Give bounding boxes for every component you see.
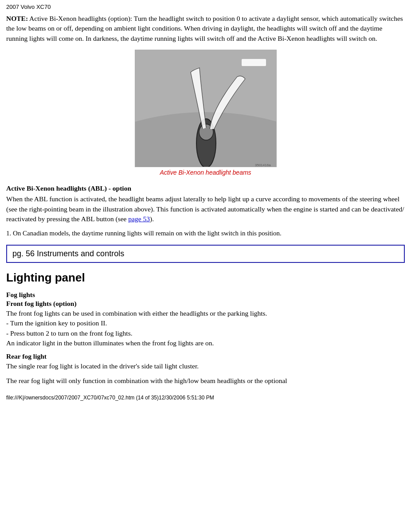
rear-fog-body1: The single rear fog light is located in … bbox=[6, 361, 405, 371]
abl-body: When the ABL function is activated, the … bbox=[6, 194, 405, 224]
headlight-diagram: 3501416a bbox=[135, 50, 277, 167]
rear-fog-body2: The rear fog light will only function in… bbox=[6, 376, 405, 386]
title-bar: 2007 Volvo XC70 bbox=[6, 4, 405, 10]
lighting-panel-section: Lighting panel Fog lights Front fog ligh… bbox=[6, 271, 405, 386]
page53-link[interactable]: page 53 bbox=[128, 215, 150, 223]
rear-fog-light-block: Rear fog light The single rear fog light… bbox=[6, 352, 405, 386]
fog-lights-body: The front fog lights can be used in comb… bbox=[6, 309, 405, 348]
headlight-svg: 3501416a bbox=[135, 50, 277, 167]
note-text: Active Bi-Xenon headlights (option): Tur… bbox=[6, 15, 403, 42]
note-block: NOTE: Active Bi-Xenon headlights (option… bbox=[6, 14, 405, 43]
lighting-panel-title: Lighting panel bbox=[6, 271, 405, 285]
fog-lights-heading1: Fog lights bbox=[6, 291, 405, 299]
status-bar: file:///K|/ownersdocs/2007/2007_XC70/07x… bbox=[6, 392, 405, 401]
note-label: NOTE: bbox=[6, 15, 28, 22]
abl-heading: Active Bi-Xenon headlights (ABL) - optio… bbox=[6, 184, 405, 192]
svg-text:3501416a: 3501416a bbox=[255, 163, 271, 167]
fog-lights-block: Fog lights Front fog lights (option) The… bbox=[6, 291, 405, 348]
fog-lights-heading2: Front fog lights (option) bbox=[6, 300, 405, 308]
svg-rect-2 bbox=[242, 59, 266, 66]
diagram-caption: Active Bi-Xenon headlight beams bbox=[135, 169, 277, 176]
page-box: pg. 56 Instruments and controls bbox=[6, 245, 405, 263]
abl-section: Active Bi-Xenon headlights (ABL) - optio… bbox=[6, 184, 405, 224]
diagram-container: 3501416a Active Bi-Xenon headlight beams bbox=[135, 50, 277, 176]
rear-fog-heading: Rear fog light bbox=[6, 352, 405, 360]
diagram-section: 3501416a Active Bi-Xenon headlight beams bbox=[6, 50, 405, 176]
footnote: 1. On Canadian models, the daytime runni… bbox=[6, 229, 405, 239]
